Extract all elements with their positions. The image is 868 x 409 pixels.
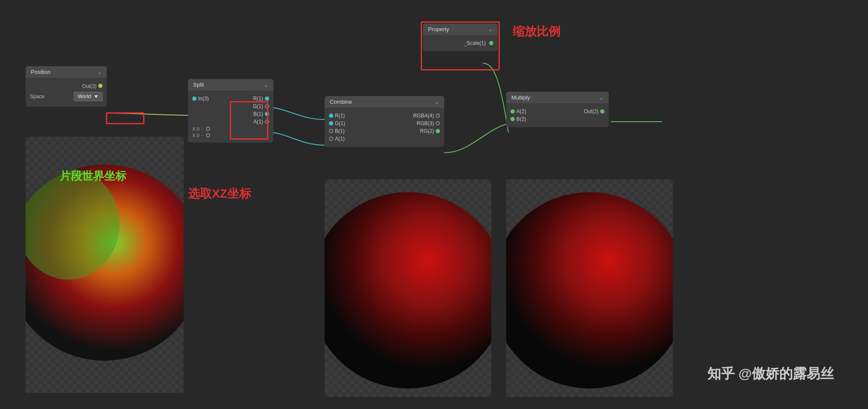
combine-b-in-socket <box>329 129 333 133</box>
combine-rgba-socket <box>436 114 440 118</box>
split-x2-socket <box>206 133 210 137</box>
combine-rgba-label: RGBA(4) <box>413 113 434 119</box>
space-value: World <box>78 93 91 99</box>
multiply-a-socket <box>510 109 515 114</box>
position-out-socket <box>98 84 103 88</box>
position-node: Position ⌄ Out(3) Space World ▼ <box>26 66 107 107</box>
split-g-socket <box>265 104 269 108</box>
split-x2-label: X 0 <box>192 133 199 138</box>
multiply-chevron[interactable]: ⌄ <box>599 95 604 101</box>
split-a-socket <box>265 120 269 124</box>
split-node-header: Split ⌄ <box>188 79 273 91</box>
split-r-label: R(1) <box>253 96 263 102</box>
multiply-title: Multiply <box>511 94 530 101</box>
multiply-out-label: Out(2) <box>584 108 598 114</box>
multiply-node-header: Multiply ⌄ <box>506 92 609 103</box>
property-node-header: Property ⌄ <box>423 23 498 35</box>
split-b-socket <box>265 112 269 116</box>
split-x1-socket <box>206 127 210 131</box>
svg-point-4 <box>325 192 491 389</box>
split-node: Split ⌄ In(3) R(1) G(1) B(1) A(1) X 0 ··… <box>188 79 273 143</box>
split-in-label: In(3) <box>198 96 209 102</box>
property-node: Property ⌄ _Scale(1) <box>423 23 498 51</box>
position-node-header: Position ⌄ <box>26 66 107 78</box>
combine-a-in-socket <box>329 137 333 141</box>
property-title: Property <box>428 26 449 32</box>
combine-g-in-socket <box>329 121 333 126</box>
combine-rg-label: RG(2) <box>420 128 434 134</box>
split-in-socket <box>192 96 196 101</box>
split-chevron[interactable]: ⌄ <box>264 82 268 88</box>
select-xz-annotation: 选取XZ坐标 <box>188 186 251 202</box>
split-x2-dots: ··· <box>201 133 203 138</box>
split-b-label: B(1) <box>253 111 263 117</box>
multiply-a-label: A(2) <box>516 108 526 114</box>
split-title: Split <box>193 82 204 88</box>
combine-rgb-socket <box>436 121 440 126</box>
combine-a-label: A(1) <box>335 136 345 142</box>
split-g-label: G(1) <box>253 103 263 109</box>
combine-node: Combine ⌄ R(1) RGBA(4) G(1) RGB(3) B(1) … <box>325 96 444 147</box>
fragment-world-annotation: 片段世界坐标 <box>60 169 126 184</box>
position-chevron[interactable]: ⌄ <box>97 69 102 75</box>
combine-r-in-socket <box>329 114 333 118</box>
split-r-socket <box>265 96 269 101</box>
zoom-ratio-annotation: 缩放比例 <box>513 23 560 40</box>
position-out-label: Out(3) <box>82 83 97 89</box>
combine-r-label: R(1) <box>335 113 345 119</box>
combine-rgb-label: RGB(3) <box>416 120 434 126</box>
combine-node-header: Combine ⌄ <box>325 96 444 108</box>
property-scale-label: _Scale(1) <box>464 40 486 46</box>
combine-rg-socket <box>436 129 440 133</box>
split-x1-dots: ··· <box>201 127 203 131</box>
split-x1-label: X 0 <box>192 126 199 131</box>
split-a-label: A(1) <box>253 119 263 125</box>
combine-chevron[interactable]: ⌄ <box>435 99 439 105</box>
property-chevron[interactable]: ⌄ <box>488 26 493 32</box>
multiply-out-socket <box>600 109 604 114</box>
svg-point-6 <box>506 192 673 389</box>
watermark: 知乎 @傲娇的露易丝 <box>707 365 834 383</box>
combine-b-label: B(1) <box>335 128 345 134</box>
property-scale-socket <box>489 41 493 45</box>
combine-g-label: G(1) <box>335 120 345 126</box>
space-label: Space <box>30 93 44 99</box>
multiply-node: Multiply ⌄ A(2) Out(2) B(2) <box>506 92 609 127</box>
combine-title: Combine <box>330 99 352 105</box>
space-dropdown-arrow: ▼ <box>94 93 99 99</box>
space-dropdown[interactable]: World ▼ <box>74 92 103 101</box>
multiply-b-label: B(2) <box>516 116 526 122</box>
position-title: Position <box>31 69 50 75</box>
multiply-b-socket <box>510 117 515 121</box>
